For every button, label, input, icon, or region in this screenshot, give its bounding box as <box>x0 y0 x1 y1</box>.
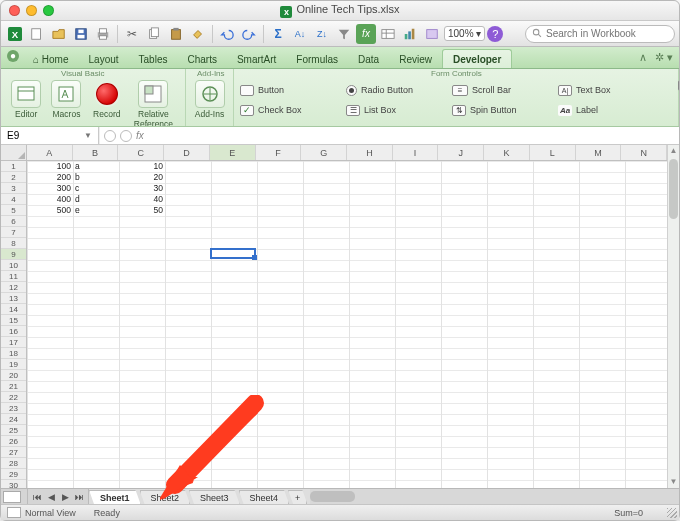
new-workbook-icon[interactable] <box>27 24 47 44</box>
ribbon-expand-icon[interactable]: ∧ <box>639 51 647 64</box>
row-header[interactable]: 16 <box>1 326 26 337</box>
column-header[interactable]: C <box>118 145 164 160</box>
sort-asc-icon[interactable]: A↓ <box>290 24 310 44</box>
fx-toggle-icon[interactable]: fx <box>356 24 376 44</box>
ribbon-tab-formulas[interactable]: Formulas <box>286 50 348 68</box>
ribbon-tab-tables[interactable]: Tables <box>129 50 178 68</box>
cut-icon[interactable]: ✂ <box>122 24 142 44</box>
cell[interactable]: 10 <box>119 161 165 172</box>
scroll-up-arrow-icon[interactable]: ▲ <box>668 145 679 157</box>
workbook-search[interactable] <box>525 25 675 43</box>
column-header[interactable]: G <box>301 145 347 160</box>
column-header[interactable]: E <box>210 145 256 160</box>
row-header[interactable]: 29 <box>1 469 26 480</box>
cell[interactable]: c <box>73 183 119 194</box>
redo-icon[interactable] <box>239 24 259 44</box>
fc-radio-button[interactable]: Radio Button <box>346 81 446 99</box>
ribbon-tab-smartart[interactable]: SmartArt <box>227 50 286 68</box>
select-all-corner[interactable] <box>1 145 27 161</box>
chart-icon[interactable] <box>400 24 420 44</box>
ribbon-tab-data[interactable]: Data <box>348 50 389 68</box>
vb-editor-button[interactable]: Editor <box>7 80 45 119</box>
row-header[interactable]: 28 <box>1 458 26 469</box>
row-header[interactable]: 19 <box>1 359 26 370</box>
cell[interactable]: 200 <box>27 172 73 183</box>
column-header[interactable]: A <box>27 145 73 160</box>
cell[interactable]: 50 <box>119 205 165 216</box>
row-header[interactable]: 13 <box>1 293 26 304</box>
column-header[interactable]: D <box>164 145 210 160</box>
row-header[interactable]: 26 <box>1 436 26 447</box>
row-header[interactable]: 5 <box>1 205 26 216</box>
scrollbar-thumb[interactable] <box>669 159 678 219</box>
fc-label[interactable]: AaLabel <box>558 101 658 119</box>
sheet-nav-first-icon[interactable]: ⏮ <box>30 490 44 504</box>
cell[interactable]: a <box>73 161 119 172</box>
gallery-icon[interactable] <box>422 24 442 44</box>
save-icon[interactable] <box>71 24 91 44</box>
row-header[interactable]: 23 <box>1 403 26 414</box>
add-sheet-button[interactable]: + <box>288 490 307 504</box>
cell[interactable]: b <box>73 172 119 183</box>
row-header[interactable]: 27 <box>1 447 26 458</box>
row-header[interactable]: 3 <box>1 183 26 194</box>
fc-group-box[interactable]: Group Box <box>678 80 679 91</box>
column-header[interactable]: F <box>256 145 302 160</box>
cell[interactable]: 300 <box>27 183 73 194</box>
fc-list-box[interactable]: ☰List Box <box>346 101 446 119</box>
row-header[interactable]: 21 <box>1 381 26 392</box>
sheet-nav-next-icon[interactable]: ▶ <box>58 490 72 504</box>
ribbon-settings-icon[interactable]: ✲ ▾ <box>655 51 673 64</box>
normal-view-icon[interactable] <box>7 507 21 518</box>
row-header[interactable]: 11 <box>1 271 26 282</box>
row-header[interactable]: 15 <box>1 315 26 326</box>
search-input[interactable] <box>546 28 668 39</box>
row-header[interactable]: 2 <box>1 172 26 183</box>
print-icon[interactable] <box>93 24 113 44</box>
column-header[interactable]: K <box>484 145 530 160</box>
column-header[interactable]: I <box>393 145 439 160</box>
open-icon[interactable] <box>49 24 69 44</box>
ribbon-tab-developer[interactable]: Developer <box>442 49 512 68</box>
ribbon-tab-review[interactable]: Review <box>389 50 442 68</box>
cell[interactable]: 400 <box>27 194 73 205</box>
row-header[interactable]: 30 <box>1 480 26 488</box>
column-header[interactable]: H <box>347 145 393 160</box>
vertical-scrollbar[interactable]: ▲ ▼ <box>667 145 679 488</box>
sheet-nav-prev-icon[interactable]: ◀ <box>44 490 58 504</box>
cell[interactable]: 20 <box>119 172 165 183</box>
row-header[interactable]: 20 <box>1 370 26 381</box>
spreadsheet-grid[interactable]: ABCDEFGHIJKLMN 1234567891011121314151617… <box>1 145 679 488</box>
sheet-nav-last-icon[interactable]: ⏭ <box>72 490 86 504</box>
cell[interactable]: 30 <box>119 183 165 194</box>
zoom-level[interactable]: 100% ▾ <box>444 26 485 41</box>
row-header[interactable]: 24 <box>1 414 26 425</box>
row-header[interactable]: 14 <box>1 304 26 315</box>
show-formulas-icon[interactable] <box>378 24 398 44</box>
fc-button[interactable]: Button <box>240 81 340 99</box>
format-painter-icon[interactable] <box>188 24 208 44</box>
sheet-tab[interactable]: Sheet4 <box>239 490 290 504</box>
ribbon-tab-charts[interactable]: Charts <box>177 50 226 68</box>
row-header[interactable]: 6 <box>1 216 26 227</box>
fc-text-box[interactable]: A|Text Box <box>558 81 658 99</box>
cell[interactable]: e <box>73 205 119 216</box>
row-header[interactable]: 12 <box>1 282 26 293</box>
row-header[interactable]: 22 <box>1 392 26 403</box>
addins-button[interactable]: Add-Ins <box>192 80 227 119</box>
fc-check-box[interactable]: Check Box <box>240 101 340 119</box>
quick-layout-icon[interactable] <box>3 491 21 503</box>
column-header[interactable]: J <box>438 145 484 160</box>
resize-grip-icon[interactable] <box>667 508 677 518</box>
column-header[interactable]: M <box>576 145 622 160</box>
scroll-down-arrow-icon[interactable]: ▼ <box>668 476 679 488</box>
row-header[interactable]: 9 <box>1 249 26 260</box>
row-header[interactable]: 10 <box>1 260 26 271</box>
ribbon-tab-home[interactable]: Home <box>23 50 79 68</box>
row-header[interactable]: 18 <box>1 348 26 359</box>
copy-icon[interactable] <box>144 24 164 44</box>
column-header[interactable]: L <box>530 145 576 160</box>
column-header[interactable]: B <box>73 145 119 160</box>
ribbon-collapse-icon[interactable]: ● <box>7 50 19 62</box>
autosum-icon[interactable]: Σ <box>268 24 288 44</box>
